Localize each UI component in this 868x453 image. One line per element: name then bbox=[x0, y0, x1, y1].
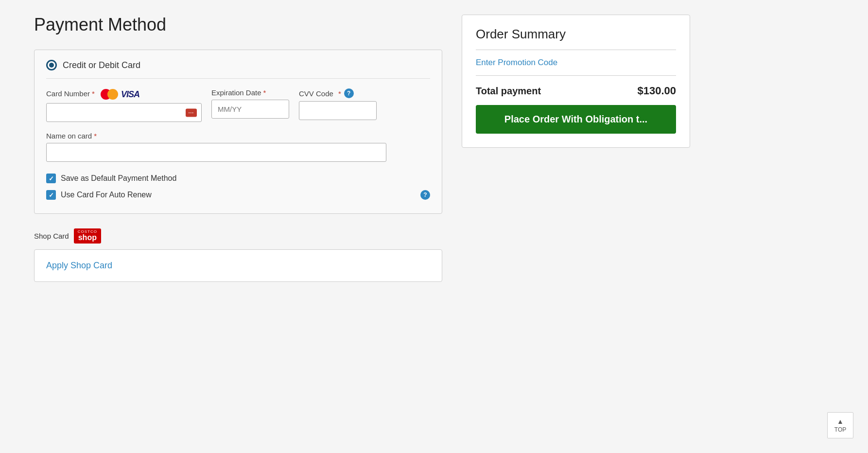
order-summary-box: Order Summary Enter Promotion Code Total… bbox=[462, 15, 690, 148]
cvv-required: * bbox=[338, 89, 341, 98]
card-fields-row: Card Number* VISA ··· bbox=[46, 88, 430, 122]
card-chip-icon: ··· bbox=[186, 108, 197, 117]
save-default-checkbox[interactable]: ✓ bbox=[46, 174, 56, 183]
page-title: Payment Method bbox=[34, 15, 442, 35]
card-number-wrapper: ··· bbox=[46, 103, 202, 122]
card-number-input[interactable] bbox=[46, 103, 202, 122]
auto-renew-label: Use Card For Auto Renew bbox=[61, 191, 152, 199]
divider-2 bbox=[476, 75, 676, 76]
credit-card-label: Credit or Debit Card bbox=[63, 60, 140, 70]
name-input[interactable] bbox=[46, 143, 386, 162]
expiry-required: * bbox=[263, 88, 266, 97]
promo-code-link[interactable]: Enter Promotion Code bbox=[476, 58, 676, 68]
expiry-label: Expiration Date* bbox=[211, 88, 289, 97]
cvv-group: CVV Code* ? bbox=[299, 88, 377, 120]
top-arrow-icon: ▲ bbox=[837, 418, 844, 425]
apply-card-box: Apply Shop Card bbox=[34, 249, 442, 282]
divider-1 bbox=[476, 50, 676, 50]
checkboxes-section: ✓ Save as Default Payment Method ✓ Use C… bbox=[46, 174, 430, 200]
name-field-group: Name on card* bbox=[46, 132, 430, 162]
required-star: * bbox=[92, 89, 95, 98]
cvv-help-icon[interactable]: ? bbox=[344, 88, 354, 98]
auto-renew-checkbox[interactable]: ✓ bbox=[46, 190, 56, 200]
name-label: Name on card* bbox=[46, 132, 430, 140]
expiry-input[interactable] bbox=[211, 100, 289, 119]
shop-text: shop bbox=[78, 234, 97, 242]
mastercard-icon bbox=[101, 88, 118, 100]
cvv-input[interactable] bbox=[299, 101, 377, 120]
mc-right bbox=[107, 89, 118, 100]
auto-renew-left: ✓ Use Card For Auto Renew bbox=[46, 190, 152, 200]
credit-card-section: Credit or Debit Card Card Number* VISA bbox=[34, 50, 442, 214]
card-icons: VISA bbox=[101, 88, 139, 100]
card-number-group: Card Number* VISA ··· bbox=[46, 88, 202, 122]
top-button[interactable]: ▲ TOP bbox=[827, 412, 853, 438]
shop-card-header: Shop Card COSTCO shop bbox=[34, 228, 442, 244]
place-order-button[interactable]: Place Order With Obligation t... bbox=[476, 105, 676, 134]
total-amount: $130.00 bbox=[637, 85, 676, 97]
check-icon: ✓ bbox=[49, 175, 54, 182]
order-summary-column: Order Summary Enter Promotion Code Total… bbox=[462, 15, 690, 148]
credit-card-radio[interactable] bbox=[46, 60, 57, 70]
save-default-row: ✓ Save as Default Payment Method bbox=[46, 174, 430, 183]
shop-card-section: Shop Card COSTCO shop Apply Shop Card bbox=[34, 228, 442, 282]
save-default-label: Save as Default Payment Method bbox=[61, 174, 176, 183]
name-required: * bbox=[94, 132, 97, 140]
top-label: TOP bbox=[834, 426, 846, 433]
cvv-label: CVV Code* ? bbox=[299, 88, 377, 98]
apply-shop-card-link[interactable]: Apply Shop Card bbox=[46, 261, 112, 270]
card-number-label: Card Number* VISA bbox=[46, 88, 202, 100]
shop-card-label: Shop Card bbox=[34, 232, 69, 240]
auto-renew-row: ✓ Use Card For Auto Renew ? bbox=[46, 190, 430, 200]
expiry-group: Expiration Date* bbox=[211, 88, 289, 119]
visa-icon: VISA bbox=[121, 89, 139, 100]
total-row: Total payment $130.00 bbox=[476, 85, 676, 97]
radio-inner bbox=[49, 63, 54, 68]
payment-method-header: Credit or Debit Card bbox=[46, 60, 430, 79]
auto-renew-help-icon[interactable]: ? bbox=[420, 190, 430, 200]
auto-renew-check-icon: ✓ bbox=[49, 192, 54, 199]
order-summary-title: Order Summary bbox=[476, 27, 676, 42]
total-label: Total payment bbox=[476, 86, 541, 97]
costco-shop-badge: COSTCO shop bbox=[74, 228, 101, 244]
